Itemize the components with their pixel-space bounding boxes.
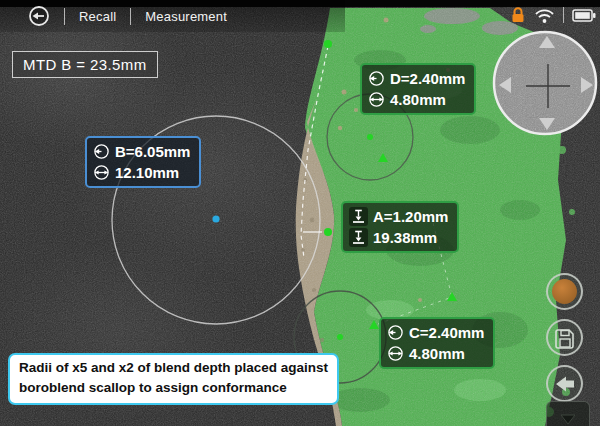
measurement-label-c[interactable]: C=2.40mm 4.80mm (379, 317, 495, 369)
cursor-depth-point-a[interactable] (324, 228, 332, 236)
radius-icon (387, 324, 404, 341)
measurement-value: B=6.05mm (115, 143, 190, 160)
left-arrow-icon (553, 373, 577, 395)
measurement-row: D=2.40mm (368, 68, 465, 89)
status-separator (563, 7, 564, 23)
measurement-row: 19.38mm (349, 227, 448, 248)
measurement-screen: Recall Measurement MTD B = 23.5mm (0, 0, 600, 426)
chevron-down-icon (559, 412, 577, 426)
radius-icon (368, 70, 385, 87)
measurement-value: C=2.40mm (409, 324, 484, 341)
battery-icon (572, 7, 596, 24)
cursor-c-center[interactable] (337, 334, 343, 340)
measurement-row: C=2.40mm (387, 322, 484, 343)
measurement-value: 12.10mm (115, 164, 179, 181)
record-button[interactable] (546, 273, 583, 310)
measurement-label-a[interactable]: A=1.20mm 19.38mm (341, 201, 459, 253)
menu-collapse-button[interactable] (546, 401, 590, 426)
save-button[interactable] (546, 319, 583, 356)
note-line-1: Radii of x5 and x2 of blend depth placed… (19, 358, 328, 378)
diameter-icon (387, 345, 404, 362)
measurement-label-b[interactable]: B=6.05mm 12.10mm (85, 136, 201, 188)
diameter-icon (93, 164, 110, 181)
diameter-icon (368, 91, 385, 108)
cursor-b-center-blue[interactable] (212, 215, 219, 222)
measurement-value: 4.80mm (409, 345, 465, 362)
menu-separator (130, 8, 131, 25)
measurement-value: 4.80mm (390, 91, 446, 108)
note-line-2: boroblend scallop to assign conformance (19, 378, 328, 398)
measurement-row: 4.80mm (387, 343, 484, 364)
cursor-d-center[interactable] (367, 134, 373, 140)
depth-icon-chip (349, 207, 368, 226)
depth-icon-chip (349, 228, 368, 247)
measurement-value: 19.38mm (373, 229, 437, 246)
menu-item-recall[interactable]: Recall (79, 9, 116, 24)
menu-item-measurement[interactable]: Measurement (145, 9, 227, 24)
record-dot-icon (552, 279, 577, 304)
depth-icon (350, 229, 367, 246)
measurement-row: B=6.05mm (93, 141, 190, 162)
back-navigation-button[interactable] (546, 365, 583, 402)
measurement-row: 4.80mm (368, 89, 465, 110)
floppy-save-icon (554, 327, 576, 349)
cursor-depth-top[interactable] (324, 40, 332, 48)
back-circle-arrow-icon (28, 5, 50, 27)
annotation-note[interactable]: Radii of x5 and x2 of blend depth placed… (8, 353, 339, 405)
measurement-value: D=2.40mm (390, 70, 465, 87)
wifi-icon (534, 7, 555, 24)
measurement-value: A=1.20mm (373, 208, 448, 225)
lock-icon (510, 6, 526, 24)
measurement-row: 12.10mm (93, 162, 190, 183)
measurement-label-d[interactable]: D=2.40mm 4.80mm (360, 63, 476, 115)
top-menu-bar: Recall Measurement (0, 0, 345, 32)
mtd-readout: MTD B = 23.5mm (12, 51, 158, 78)
status-bar (510, 6, 596, 24)
back-button[interactable] (28, 5, 50, 27)
radius-icon (93, 143, 110, 160)
depth-icon (350, 208, 367, 225)
menu-separator (64, 8, 65, 25)
measurement-row: A=1.20mm (349, 206, 448, 227)
